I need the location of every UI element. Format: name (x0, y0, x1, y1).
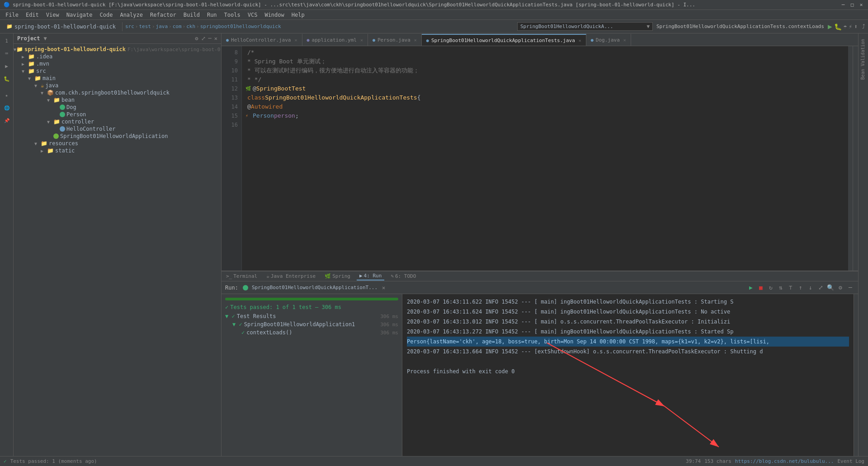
breadcrumb-java[interactable]: java (156, 24, 168, 29)
profile-button[interactable]: ⚡ (849, 23, 852, 30)
maximize-button[interactable]: □ (849, 2, 855, 8)
run-config-section: SpringBoot01HelloworldQuickA... ▼ Spring… (517, 22, 865, 31)
menu-edit[interactable]: Edit (22, 11, 42, 19)
menu-tools[interactable]: Tools (221, 11, 244, 19)
menu-analyze[interactable]: Analyze (116, 11, 146, 19)
test-item-suite[interactable]: ▼ ✓ SpringBoot01HelloworldApplication1 3… (222, 320, 402, 328)
run-search-button[interactable]: 🔍 (826, 284, 835, 292)
run-next-button[interactable]: ↓ (807, 284, 815, 292)
tree-bean[interactable]: ▼ 📁 bean (14, 96, 221, 104)
tab-person[interactable]: ● Person.java ✕ (368, 34, 422, 46)
editor-scrollbar[interactable] (848, 46, 853, 271)
tree-controller[interactable]: ▼ 📁 controller (14, 118, 221, 125)
run-prev-button[interactable]: ↑ (797, 284, 805, 292)
project-expand-icon[interactable]: ⤢ (201, 35, 206, 42)
bottom-tab-todo[interactable]: ✎ 6: TODO (388, 272, 419, 280)
status-blog-url[interactable]: https://blog.csdn.net/bulubulu... (735, 458, 834, 464)
menu-vcs[interactable]: VCS (244, 11, 261, 19)
breadcrumb-test[interactable]: test (139, 24, 151, 29)
code-content[interactable]: /* * Spring Boot 单元测试； * 可以在测试时进行编码，很方便地… (242, 46, 848, 271)
extra-run-button[interactable]: ⬆ (854, 23, 858, 30)
debug-button[interactable]: 🐛 (834, 23, 842, 30)
tab-tests-close[interactable]: ✕ (579, 38, 581, 43)
tree-person[interactable]: ▶ Person (14, 111, 221, 118)
activity-favorites[interactable]: ★ (1, 90, 12, 100)
tree-hellocontroller[interactable]: ▶ HelloController (14, 125, 221, 133)
project-panel: Project ▼ ⚙ ⤢ ─ ✕ ▼ 📁 spring-boot-01-hel… (14, 33, 222, 456)
run-sort-button[interactable]: ⇅ (777, 284, 785, 292)
breadcrumb-src[interactable]: src (125, 24, 134, 29)
tree-mvn[interactable]: ▶ 📁 .mvn (14, 60, 221, 67)
code-line-9: * Spring Boot 单元测试； (247, 57, 843, 66)
breadcrumb-pkg[interactable]: springboot01helloworldquick (200, 24, 281, 29)
status-event-log[interactable]: Event Log (837, 458, 864, 464)
bottom-tab-terminal[interactable]: >_ Terminal (223, 272, 260, 280)
menu-run[interactable]: Run (203, 11, 221, 19)
bottom-tab-java-enterprise[interactable]: ☕ Java Enterprise (264, 272, 318, 280)
run-tab-close-button[interactable]: ✕ (382, 285, 385, 291)
menu-navigate[interactable]: Navigate (63, 11, 96, 19)
run-settings-btn[interactable]: ⚙ (836, 284, 844, 292)
activity-debug[interactable]: 🐛 (1, 73, 12, 84)
menu-code[interactable]: Code (96, 11, 117, 19)
menu-refactor[interactable]: Refactor (146, 11, 180, 19)
tab-hellocontroller-close[interactable]: ✕ (294, 38, 297, 43)
tree-pkg[interactable]: ▼ 📦 com.ckh.springboot01helloworldquick (14, 89, 221, 96)
tree-resources[interactable]: ▼ 📁 resources (14, 140, 221, 147)
close-button[interactable]: ✕ (858, 2, 864, 8)
run-rerun-failed-button[interactable]: ↻ (767, 284, 775, 292)
vtab-bean-validation[interactable]: Bean Validation (859, 35, 867, 83)
activity-commits[interactable]: ⌨ (1, 48, 12, 59)
tab-person-close[interactable]: ✕ (414, 38, 417, 43)
run-filter-button[interactable]: ⊤ (787, 284, 795, 292)
tree-idea[interactable]: ▶ 📁 .idea (14, 53, 221, 60)
project-settings-icon[interactable]: ⚙ (195, 35, 198, 42)
run-rerun-button[interactable]: ▶ (747, 284, 755, 292)
project-close-icon[interactable]: ✕ (214, 35, 217, 42)
window-controls: ─ □ ✕ (840, 2, 864, 8)
run-config-box[interactable]: SpringBoot01HelloworldQuickA... ▼ (517, 22, 653, 31)
project-minimize-icon[interactable]: ─ (208, 35, 212, 42)
menu-view[interactable]: View (42, 11, 63, 19)
menu-file[interactable]: File (2, 11, 22, 19)
bottom-tab-run[interactable]: ▶ 4: Run (357, 272, 384, 281)
coverage-button[interactable]: ☂ (844, 23, 847, 30)
tree-idea-label: .idea (36, 53, 52, 60)
run-expand-button[interactable]: ⤢ (816, 284, 825, 292)
run-button[interactable]: ▶ (828, 22, 832, 31)
test-item-root[interactable]: ▼ ✓ Test Results 306 ms (222, 312, 402, 320)
tree-main[interactable]: ▼ 📁 main (14, 75, 221, 82)
tab-application[interactable]: ● application.yml ✕ (302, 34, 368, 46)
breadcrumb-ckh[interactable]: ckh (186, 24, 195, 29)
run-minimize-button[interactable]: ─ (846, 284, 854, 292)
tree-root[interactable]: ▼ 📁 spring-boot-01-helloworld-quick F:\j… (14, 46, 221, 53)
tab-application-close[interactable]: ✕ (360, 38, 363, 43)
git-button[interactable]: ⤴ (862, 23, 865, 30)
menu-build[interactable]: Build (180, 11, 203, 19)
test-item-method[interactable]: ✓ contextLoads() 306 ms (222, 328, 402, 337)
tab-dog-close[interactable]: ✕ (623, 38, 626, 43)
tab-dog[interactable]: ● Dog.java ✕ (586, 34, 631, 46)
menu-window[interactable]: Window (261, 11, 288, 19)
minimize-button[interactable]: ─ (840, 2, 846, 8)
activity-project[interactable]: 1 (1, 35, 12, 46)
tree-dog[interactable]: ▶ Dog (14, 104, 221, 111)
run-stop-button[interactable]: ■ (757, 284, 765, 292)
activity-pin[interactable]: 📌 (1, 115, 12, 126)
activity-bar: 1 ⌨ ▶ 🐛 ★ 🌐 📌 (0, 33, 14, 456)
tree-bean-icon: 📁 (53, 97, 60, 103)
menu-help[interactable]: Help (288, 11, 308, 19)
tree-springapp[interactable]: ▶ SpringBoot01HelloworldApplication (14, 133, 221, 140)
activity-web[interactable]: 🌐 (1, 102, 12, 113)
activity-run[interactable]: ▶ (1, 61, 12, 71)
bottom-tab-spring[interactable]: 🌿 Spring (322, 272, 353, 280)
tab-tests[interactable]: ● SpringBoot01HelloworldQuickApplication… (422, 34, 586, 46)
tab-hellocontroller[interactable]: ● HelloController.java ✕ (222, 34, 302, 46)
project-name: spring-boot-01-helloworld-quick (14, 24, 116, 30)
breadcrumb-com[interactable]: com (173, 24, 182, 29)
tree-src[interactable]: ▼ 📁 src (14, 67, 221, 75)
tree-java[interactable]: ▼ ☕ java (14, 82, 221, 89)
tree-static[interactable]: ▶ 📁 static (14, 147, 221, 154)
project-dropdown-icon[interactable]: ▼ (44, 35, 47, 42)
console-scrollbar[interactable] (854, 294, 858, 456)
